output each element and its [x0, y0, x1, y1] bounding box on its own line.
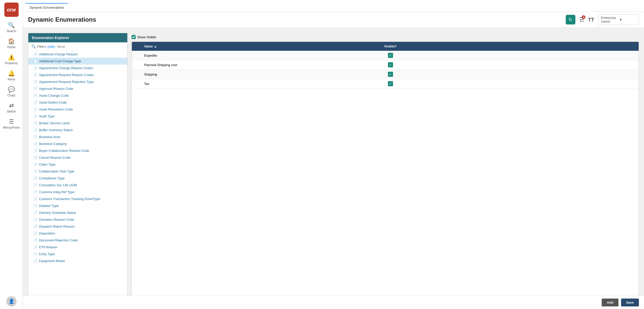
enterprise-dropdown[interactable]: Enterprise Admin ▼	[598, 14, 639, 25]
visible-checkbox-checked[interactable]: ✓	[388, 81, 393, 86]
sidebar-label-chats: Chats	[7, 94, 15, 97]
enum-list-item[interactable]: 📄Business Area	[28, 133, 127, 140]
sidebar-item-switch[interactable]: ⇄ Switch	[0, 100, 23, 116]
user-avatar[interactable]: 👤	[6, 296, 17, 306]
td-extra	[406, 63, 639, 67]
visible-checkbox-checked[interactable]: ✓	[388, 62, 393, 67]
enum-list-item[interactable]: 📄Delivery Schedule Status	[28, 209, 127, 216]
enum-list-item[interactable]: 📄Collaboration Task Type	[28, 168, 127, 175]
visible-checkbox-checked[interactable]: ✓	[388, 53, 393, 58]
td-visible[interactable]: ✓	[375, 79, 406, 88]
table-header: Value ▲ Visible?	[132, 42, 639, 51]
enum-list-item[interactable]: 📄Audit Type	[28, 113, 127, 120]
enum-list-item[interactable]: 📄Customs Integ Ref Type	[28, 189, 127, 195]
enum-list-item[interactable]: 📄Customs Transaction Tracking EventType	[28, 195, 127, 202]
sidebar-label-switch: Switch	[7, 110, 16, 113]
sort-ascending-icon: ▲	[154, 45, 157, 48]
enum-list-item[interactable]: 📄Asset Change Code	[28, 92, 127, 99]
enum-list-item[interactable]: 📄Buyer Collaboration Reason Code	[28, 147, 127, 154]
sidebar-item-search[interactable]: 🔍 Search	[0, 19, 23, 35]
th-value[interactable]: Value ▲	[142, 42, 375, 51]
enum-item-label: Databot Type	[39, 204, 59, 208]
enum-list-item[interactable]: 📄Document Rejection Code	[28, 237, 127, 244]
th-edit	[132, 42, 142, 51]
add-button[interactable]: Add	[602, 299, 618, 306]
switch-icon: ⇄	[9, 102, 14, 109]
enum-list-item[interactable]: 📄Deviation Reason Code	[28, 216, 127, 223]
sidebar-label-menus: Menus/Favs	[3, 126, 20, 129]
user-icon: 👤	[9, 299, 14, 304]
td-edit	[132, 53, 142, 57]
enum-list-item[interactable]: 📄Cumulative Svc Life UOM	[28, 182, 127, 189]
enum-item-label: Equipment Model	[39, 259, 65, 263]
enum-list-item[interactable]: 📄Appointment Change Reason Codes	[28, 65, 127, 71]
refresh-button[interactable]: ↻	[566, 15, 575, 24]
visible-checkbox-checked[interactable]: ✓	[388, 72, 393, 77]
enum-list-item[interactable]: 📄Business Category	[28, 140, 127, 147]
app-logo[interactable]: one	[4, 3, 19, 17]
enum-list-item[interactable]: 📄Broker Service Level	[28, 120, 127, 127]
filters-edit[interactable]: (edit):	[47, 45, 56, 48]
enum-list-item[interactable]: 📄Buffer Inventory Status	[28, 127, 127, 133]
enum-item-label: Appointment Request Reason Codes	[39, 73, 94, 77]
enum-list-item[interactable]: 📄Entry Type	[28, 251, 127, 257]
page-header: Dynamic Enumerations ↻ ☰ ★ TT Enterprise…	[23, 12, 644, 28]
enum-list-item[interactable]: 📄Asset Resolution Code	[28, 106, 127, 113]
enum-item-label: Buffer Inventory Status	[39, 128, 73, 132]
table-row: Tax ✓	[132, 79, 639, 89]
document-icon: 📄	[33, 218, 37, 221]
sidebar-item-chats[interactable]: 💬 Chats	[0, 84, 23, 100]
enum-list-item[interactable]: 📄Equipment Model	[28, 257, 127, 264]
document-icon: 📄	[33, 59, 37, 63]
document-icon: 📄	[33, 128, 37, 132]
document-icon: 📄	[33, 87, 37, 91]
tab-dynamic-enumerations[interactable]: Dynamic Enumerations	[26, 3, 68, 11]
document-icon: 📄	[33, 114, 37, 118]
enum-list-item[interactable]: 📄Additional Charge Reason	[28, 51, 127, 58]
document-icon: 📄	[33, 197, 37, 201]
sidebar-item-menus[interactable]: ☰ Menus/Favs	[0, 116, 23, 132]
notification-badge: ★	[582, 15, 585, 19]
document-icon: 📄	[33, 66, 37, 70]
enum-item-label: Audit Type	[39, 114, 55, 118]
enum-list-item[interactable]: 📄Dispatch Reject Reason	[28, 223, 127, 230]
show-visible-row: Show Visible	[132, 33, 639, 42]
enum-list-item[interactable]: 📄Appointment Request Rejection Type	[28, 78, 127, 85]
search-icon: 🔍	[8, 22, 15, 29]
td-extra	[406, 72, 639, 76]
explorer-panel-header: Enumeration Explorer	[28, 33, 127, 42]
enum-list-item[interactable]: 📄Disposition	[28, 230, 127, 237]
main-area: Dynamic Enumerations Dynamic Enumeration…	[23, 0, 644, 309]
enumeration-table: Value ▲ Visible? Expedite ✓	[132, 42, 639, 296]
td-visible[interactable]: ✓	[375, 60, 406, 69]
sidebar-item-problems[interactable]: ⚠️ Problems	[0, 52, 23, 68]
enum-list-item[interactable]: 📄Compliance Type	[28, 175, 127, 182]
enum-item-label: Asset Resolution Code	[39, 107, 73, 111]
document-icon: 📄	[33, 225, 37, 228]
enum-item-label: Claim Type	[39, 163, 56, 166]
document-icon: 📄	[33, 169, 37, 173]
save-button[interactable]: Save	[621, 299, 639, 306]
enum-list-item[interactable]: 📄Cancel Reason Code	[28, 154, 127, 161]
enum-list-item[interactable]: 📄Claim Type	[28, 161, 127, 168]
show-visible-checkbox[interactable]	[132, 35, 136, 39]
sidebar-item-home[interactable]: 🏠 Home	[0, 35, 23, 52]
header-actions: ↻ ☰ ★ TT Enterprise Admin ▼	[566, 14, 639, 25]
enum-item-label: Business Category	[39, 142, 67, 146]
enum-list-item[interactable]: 📄Asset Defect Code	[28, 99, 127, 106]
enum-list-item[interactable]: 📄ETA Reason	[28, 244, 127, 251]
enum-list-item[interactable]: 📄Databot Type	[28, 202, 127, 209]
enum-list-item[interactable]: 📄Additional Cost Charge Type	[28, 58, 127, 65]
notifications-button[interactable]: ☰ ★	[579, 16, 584, 23]
enum-item-label: Broker Service Level	[39, 121, 70, 125]
show-visible-label: Show Visible	[137, 35, 156, 39]
sidebar-item-alerts[interactable]: 🔔 Alerts	[0, 68, 23, 84]
col-value-label: Value	[144, 44, 153, 48]
enum-list-item[interactable]: 📄Approval Reason Code	[28, 85, 127, 92]
td-visible[interactable]: ✓	[375, 70, 406, 79]
enum-item-label: Disposition	[39, 231, 55, 235]
enum-item-label: Appointment Request Rejection Type	[39, 80, 94, 84]
td-visible[interactable]: ✓	[375, 51, 406, 60]
enum-list-item[interactable]: 📄Appointment Request Reason Codes	[28, 71, 127, 78]
explorer-title: Enumeration Explorer	[32, 36, 69, 40]
